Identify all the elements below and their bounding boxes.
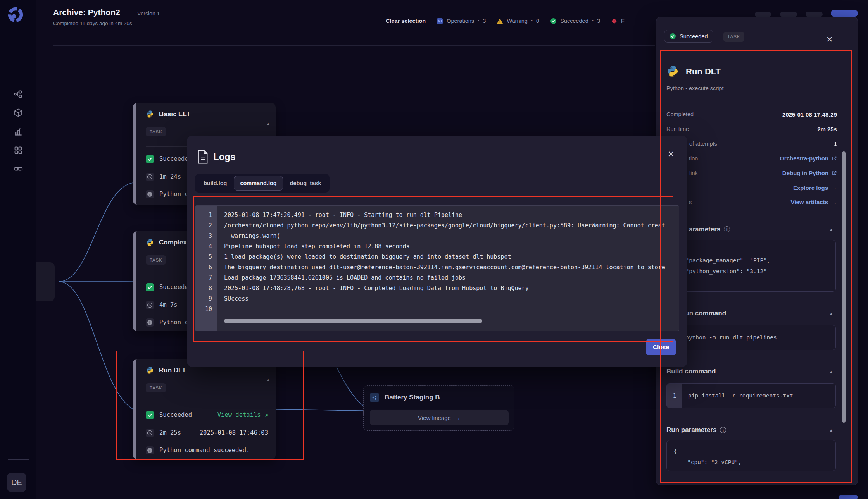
page-title: Archive: Python2 [53,8,120,17]
close-button[interactable]: Close [646,339,676,355]
node-title: Battery Staging B [385,394,440,401]
modal-title: Logs [213,151,235,162]
log-line: 2025-01-08 17:47:20,491 - root - INFO - … [224,210,679,220]
panel-scrollbar[interactable] [842,151,846,423]
clear-selection-button[interactable]: Clear selection [386,18,426,24]
success-check-icon [670,33,676,40]
sidebar-item-pipelines[interactable] [13,89,23,99]
horizontal-scrollbar[interactable] [224,319,482,323]
collapse-caret-icon[interactable]: ▲ [829,311,833,316]
log-line: Load package 1736358441.6261005 is LOADE… [224,273,679,283]
close-icon[interactable]: ✕ [826,35,833,44]
node-runtime: 2m 25s [159,429,181,436]
stat-failed: F [611,18,625,24]
sidebar: DE [0,0,36,499]
task-type-badge: TASK [723,32,744,42]
clock-icon [146,173,154,181]
python-icon [146,238,154,246]
toolbar-button[interactable] [780,12,797,17]
node-message: Python command succeeded. [159,447,250,454]
primary-action-button[interactable] [831,10,858,17]
warning-count: 0 [536,18,539,24]
parameters-section-title: arametersi [689,225,730,233]
apps-grid-icon [13,145,23,155]
info-icon [146,190,154,198]
log-line: warnings.warn( [224,231,679,241]
separator-dot: • [531,18,533,24]
node-runtime: 1m 24s [159,173,181,180]
stat-succeeded: Succeeded • 3 [550,18,600,24]
app-root: Archive: Python2 Version 1 Completed 11 … [0,0,868,499]
collapse-caret-icon[interactable]: ▲ [266,122,270,126]
node-title: Complex [159,239,187,246]
clock-icon [146,301,154,309]
parameters-code: "package_manager": "PIP", "python_versio… [679,255,770,277]
success-check-icon [146,283,154,291]
collapse-caret-icon[interactable]: ▲ [829,227,833,232]
task-type-badge: TASK [146,255,166,265]
info-icon: i [724,226,730,232]
stat-warning: Warning • 0 [497,18,539,24]
log-line: The bigquery destination used dlt-user@r… [224,262,679,273]
log-tabs: build.log command.log debug_task [195,174,330,193]
run-parameters-section-title: Run parametersi [666,426,726,434]
toolbar-button[interactable] [755,12,771,17]
info-icon [146,318,154,327]
toolbar-button[interactable] [806,12,823,17]
operations-count: 3 [483,18,486,24]
sidebar-divider [8,459,29,460]
tab-command-log[interactable]: command.log [234,176,283,191]
rerun-button-sliver[interactable] [839,495,858,499]
panel-title: Run DLT [686,67,721,77]
line-number: 1 [667,384,682,408]
workflow-icon [13,89,23,99]
log-content: 2025-01-08 17:47:20,491 - root - INFO - … [224,210,679,304]
external-link-icon [832,156,837,161]
node-title: Run DLT [159,367,186,374]
attempts-label: of attempts [689,141,717,147]
view-details-link[interactable]: View details↗ [217,411,268,418]
sidebar-item-analytics[interactable] [13,127,23,137]
python-icon [146,110,154,118]
tab-debug-task[interactable]: debug_task [284,176,328,191]
log-line: /orchestra/cloned_python_repo/venv/lib/p… [224,220,679,231]
collapse-caret-icon[interactable]: ▲ [829,428,833,432]
orchestra-logo[interactable] [6,5,25,24]
collapse-caret-icon[interactable]: ▲ [829,370,833,374]
header-divider [53,45,655,46]
debug-label: link [689,170,698,176]
header-status-bar: Clear selection Operations • 3 Warning •… [386,16,625,26]
link-icon [13,164,23,174]
collapsed-group-chip[interactable] [36,262,55,301]
log-viewer[interactable]: 12 34 56 78 910 2025-01-08 17:47:20,491 … [195,205,679,331]
close-icon[interactable]: ✕ [668,150,675,159]
task-node-run-dlt[interactable]: Run DLT ▲ TASK Succeeded View details↗ 2… [133,359,276,459]
task-type-badge: TASK [146,127,166,136]
user-avatar[interactable]: DE [7,473,26,492]
runtime-label: Run time [666,126,689,132]
external-link-icon [832,170,837,176]
failed-icon [611,18,618,24]
info-icon: i [720,427,726,433]
sidebar-item-integrations[interactable] [13,145,23,155]
python-icon [146,366,154,374]
separator-dot: • [478,18,479,24]
status-badge: Succeeded [664,30,713,43]
sidebar-item-products[interactable] [13,108,23,118]
node-runtime: 4m 7s [159,301,178,308]
separator-dot: • [592,18,594,24]
node-title: Basic ELT [159,110,190,118]
debug-in-python-link[interactable]: Debug in Python [782,170,837,176]
run-summary-text: Completed 11 days ago in 4m 20s [53,21,132,26]
runtime-value: 2m 25s [817,126,837,132]
tab-build-log[interactable]: build.log [197,176,233,191]
pipeline-node-battery-staging-b[interactable]: Battery Staging B View lineage→ [363,385,514,431]
view-lineage-button[interactable]: View lineage→ [370,410,509,425]
collapse-caret-icon[interactable]: ▲ [266,378,270,382]
explore-logs-link[interactable]: Explore logs→ [793,184,837,191]
view-artifacts-link[interactable]: View artifacts→ [791,199,837,205]
log-line: Pipeline hubspot load step completed in … [224,241,679,252]
sidebar-item-connections[interactable] [13,164,23,174]
orchestra-python-link[interactable]: Orchestra-python [780,155,837,162]
operations-icon [437,18,443,24]
